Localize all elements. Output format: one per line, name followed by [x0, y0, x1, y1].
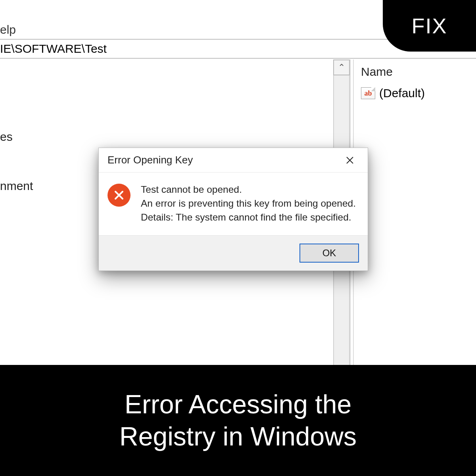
- dialog-line3: Details: The system cannot find the file…: [141, 211, 356, 225]
- close-icon: [345, 156, 354, 165]
- article-caption: Error Accessing the Registry in Windows: [0, 365, 476, 476]
- menu-bar: elp: [0, 23, 16, 38]
- scroll-up-button[interactable]: ⌃: [333, 60, 350, 75]
- error-icon: [107, 184, 131, 207]
- caption-line2: Registry in Windows: [119, 420, 357, 453]
- address-bar-text: IE\SOFTWARE\Test: [0, 42, 107, 56]
- dialog-titlebar[interactable]: Error Opening Key: [99, 148, 368, 173]
- error-dialog: Error Opening Key Test cannot be opened.…: [98, 148, 368, 271]
- value-row-default[interactable]: ab (Default): [354, 83, 476, 104]
- dialog-title-text: Error Opening Key: [107, 154, 193, 166]
- value-name: (Default): [379, 86, 425, 100]
- dialog-footer: OK: [99, 235, 368, 271]
- dialog-line2: An error is preventing this key from bei…: [141, 197, 356, 211]
- menu-help[interactable]: elp: [0, 23, 16, 38]
- dialog-line1: Test cannot be opened.: [141, 183, 356, 197]
- dialog-close-button[interactable]: [339, 152, 361, 168]
- canvas: elp IE\SOFTWARE\Test es nment ⌃ Name ab …: [0, 0, 476, 476]
- column-header-name[interactable]: Name: [354, 60, 476, 83]
- ok-button[interactable]: OK: [299, 244, 359, 263]
- chevron-up-icon: ⌃: [338, 62, 345, 73]
- tree-item[interactable]: nment: [0, 178, 33, 194]
- dialog-message: Test cannot be opened. An error is preve…: [141, 183, 356, 224]
- fix-badge: FIX: [383, 0, 476, 52]
- tree-item[interactable]: es: [0, 129, 13, 145]
- dialog-body: Test cannot be opened. An error is preve…: [99, 173, 368, 235]
- string-value-icon: ab: [361, 87, 375, 99]
- error-x-icon: [113, 189, 125, 201]
- values-pane: Name ab (Default): [354, 60, 476, 365]
- caption-line1: Error Accessing the: [119, 388, 357, 420]
